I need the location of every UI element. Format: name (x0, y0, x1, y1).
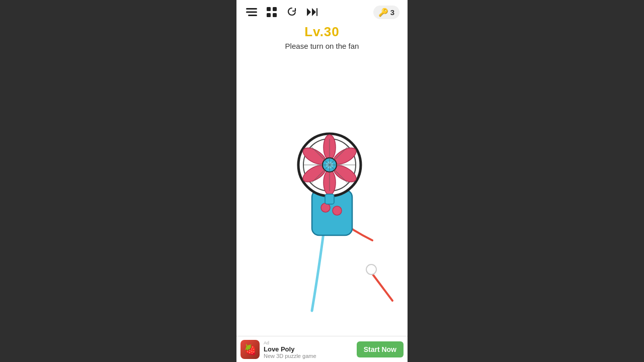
background-overlay-right (408, 0, 644, 362)
svg-rect-1 (246, 12, 257, 13)
game-scene (236, 54, 408, 326)
svg-point-11 (366, 264, 376, 275)
skip-icon[interactable] (305, 5, 319, 19)
svg-rect-0 (246, 8, 257, 10)
grid-icon[interactable] (265, 5, 279, 19)
level-title: Lv.30 (304, 24, 340, 40)
svg-marker-8 (312, 8, 316, 16)
ad-label: Ad (264, 340, 269, 345)
svg-marker-7 (307, 8, 311, 16)
refresh-icon[interactable] (285, 5, 299, 19)
svg-point-14 (333, 206, 342, 215)
menu-icon[interactable] (245, 5, 259, 19)
ad-subtitle: New 3D puzzle game (264, 353, 353, 359)
key-icon: 🔑 (378, 8, 388, 17)
svg-rect-3 (267, 7, 271, 11)
game-area[interactable] (236, 54, 408, 336)
svg-rect-2 (248, 15, 257, 16)
svg-line-10 (370, 270, 392, 301)
svg-rect-9 (316, 8, 317, 16)
svg-rect-6 (273, 13, 277, 17)
instruction-text: Please turn on the fan (285, 42, 359, 50)
toolbar: 🔑 3 (236, 0, 408, 22)
svg-rect-4 (273, 7, 277, 11)
phone-frame: 🔑 3 Lv.30 Please turn on the fan (236, 0, 408, 362)
toolbar-left-icons (245, 5, 319, 19)
ad-title: Love Poly (264, 345, 353, 353)
ad-banner: 🍓 Ad Love Poly New 3D puzzle game Start … (236, 336, 408, 362)
ad-info: Ad Love Poly New 3D puzzle game (264, 339, 353, 359)
svg-rect-29 (325, 194, 334, 204)
ad-thumbnail: 🍓 (240, 340, 260, 359)
hint-count: 3 (390, 8, 394, 17)
start-now-button[interactable]: Start Now (357, 341, 404, 357)
hint-badge[interactable]: 🔑 3 (373, 6, 399, 19)
svg-rect-5 (267, 13, 271, 17)
background-overlay-left (0, 0, 236, 362)
